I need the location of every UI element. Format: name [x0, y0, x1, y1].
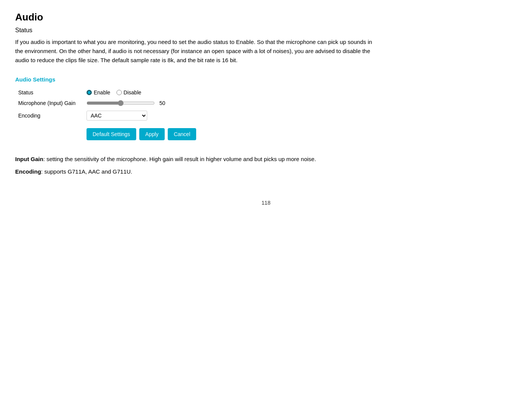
cancel-button[interactable]: Cancel — [168, 128, 197, 140]
encoding-select[interactable]: AAC G711A G711U — [87, 111, 147, 121]
status-radio-group: Enable Disable — [87, 89, 196, 96]
encoding-info: Encoding: supports G711A, AAC and G711U. — [15, 166, 517, 177]
input-gain-info: Input Gain: setting the sensitivity of t… — [15, 154, 517, 165]
enable-radio-label[interactable]: Enable — [87, 89, 110, 96]
enable-label: Enable — [94, 89, 110, 96]
page-description: If you audio is important to what you ar… — [15, 38, 376, 65]
info-section: Input Gain: setting the sensitivity of t… — [15, 154, 517, 177]
encoding-row: Encoding AAC G711A G711U — [15, 108, 199, 123]
mic-gain-label: Microphone (Input) Gain — [15, 98, 83, 108]
apply-button[interactable]: Apply — [139, 128, 165, 140]
encoding-text: : supports G711A, AAC and G711U. — [41, 168, 132, 175]
input-gain-bold: Input Gain — [15, 156, 43, 162]
disable-radio-label[interactable]: Disable — [116, 89, 142, 96]
status-heading: Status — [15, 27, 517, 34]
buttons-row-tr: Default Settings Apply Cancel — [15, 123, 199, 143]
buttons-row: Default Settings Apply Cancel — [87, 128, 196, 140]
enable-radio[interactable] — [87, 90, 92, 95]
encoding-label: Encoding — [15, 108, 83, 123]
disable-radio[interactable] — [116, 90, 122, 95]
status-label: Status — [15, 87, 83, 98]
gain-value: 50 — [159, 100, 165, 106]
gain-slider-container: 50 — [87, 100, 196, 106]
audio-settings-section: Audio Settings Status Enable Disable — [15, 76, 517, 143]
input-gain-text: : setting the sensitivity of the microph… — [43, 156, 316, 162]
section-title: Audio Settings — [15, 76, 517, 83]
encoding-bold: Encoding — [15, 168, 41, 175]
default-settings-button[interactable]: Default Settings — [87, 128, 136, 140]
gain-slider[interactable] — [87, 100, 155, 106]
page-title: Audio — [15, 11, 517, 23]
status-row: Status Enable Disable — [15, 87, 199, 98]
settings-table: Status Enable Disable — [15, 87, 199, 143]
page-number: 118 — [15, 200, 517, 206]
mic-gain-row: Microphone (Input) Gain 50 — [15, 98, 199, 108]
disable-label: Disable — [124, 89, 142, 96]
